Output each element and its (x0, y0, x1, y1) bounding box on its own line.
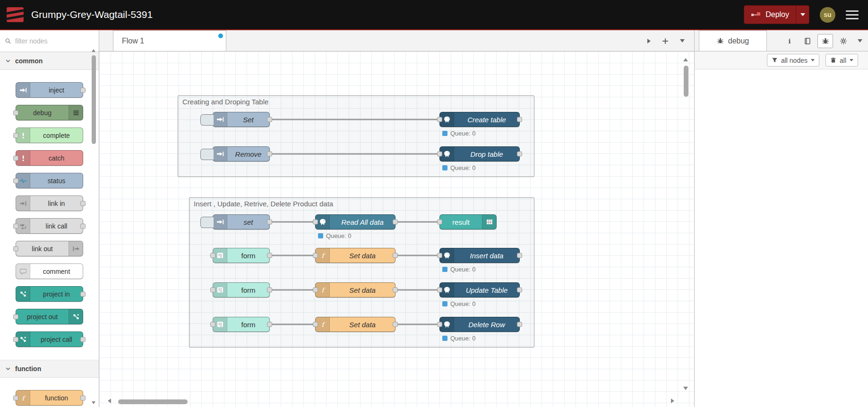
flow-node-read-all-data[interactable]: Read All data (315, 214, 395, 229)
tab-scroll-right-icon[interactable] (647, 39, 651, 43)
palette-node-comment[interactable]: comment (16, 263, 83, 279)
debug-tab-button[interactable] (817, 34, 833, 48)
node-port-left[interactable] (13, 223, 18, 229)
tab-flow-1[interactable]: Flow 1 (113, 30, 226, 51)
palette-node-link-in[interactable]: link in (16, 195, 83, 211)
node-port-right[interactable] (267, 322, 272, 327)
flow-list-dropdown-icon[interactable] (680, 39, 685, 42)
node-port-right[interactable] (267, 117, 272, 122)
node-port-right[interactable] (80, 337, 86, 342)
node-port-right[interactable] (267, 288, 272, 293)
node-port-left[interactable] (13, 246, 18, 251)
sidebar-menu-button[interactable] (858, 39, 862, 42)
palette-node-project-in[interactable]: project in (16, 286, 83, 302)
add-flow-button[interactable]: + (662, 35, 669, 47)
node-port-left[interactable] (437, 152, 442, 157)
node-port-right[interactable] (517, 117, 522, 122)
node-port-right[interactable] (517, 322, 522, 327)
flow-node-form-2[interactable]: form (213, 282, 270, 297)
node-port-right[interactable] (80, 395, 86, 400)
flow-node-form-1[interactable]: form (213, 248, 270, 263)
flow-node-set-data-3[interactable]: fSet data (315, 317, 395, 332)
palette-scroll-down-arrow[interactable] (92, 401, 95, 404)
deploy-options-button[interactable] (796, 6, 809, 24)
debug-clear-button[interactable]: all (825, 54, 858, 67)
flow-node-create-table[interactable]: Create table (439, 112, 520, 127)
flow-node-result[interactable]: result (439, 214, 497, 229)
node-port-right[interactable] (517, 253, 522, 258)
node-port-left[interactable] (313, 253, 318, 258)
node-port-left[interactable] (313, 288, 318, 293)
node-port-right[interactable] (393, 220, 398, 225)
node-port-right[interactable] (267, 220, 272, 225)
palette-node-status[interactable]: status (16, 173, 83, 188)
palette-node-complete[interactable]: complete (16, 127, 83, 143)
info-tab-button[interactable]: i (782, 34, 797, 48)
flow-node-update-table[interactable]: Update Table (439, 282, 520, 297)
flow-node-delete-row[interactable]: Delete Row (439, 317, 520, 332)
node-port-left[interactable] (13, 337, 18, 342)
node-port-right[interactable] (80, 223, 86, 229)
node-port-left[interactable] (437, 253, 442, 258)
flow-node-insert-data[interactable]: Insert data (439, 248, 520, 263)
node-port-left[interactable] (313, 220, 318, 225)
user-avatar[interactable]: su (820, 7, 835, 23)
node-port-left[interactable] (437, 288, 442, 293)
config-nodes-tab-button[interactable] (835, 34, 851, 48)
palette-node-inject[interactable]: inject (16, 82, 83, 98)
node-port-left[interactable] (210, 322, 215, 327)
node-port-right[interactable] (517, 288, 522, 293)
flow-node-set-data-2[interactable]: fSet data (315, 282, 395, 297)
flow-node-form-3[interactable]: form (213, 317, 270, 332)
flow-canvas[interactable]: Creating and Droping TableInsert , Updat… (99, 51, 694, 407)
palette-node-function[interactable]: ffunction (16, 390, 83, 406)
palette-scroll-up-arrow[interactable] (92, 49, 95, 52)
help-tab-button[interactable] (799, 34, 815, 48)
flow-node-inject-set2[interactable]: set (213, 214, 270, 229)
node-port-left[interactable] (13, 155, 18, 161)
flow-node-set-data-1[interactable]: fSet data (315, 248, 395, 263)
node-port-right[interactable] (267, 253, 272, 258)
node-port-right[interactable] (80, 201, 86, 206)
palette-category-common[interactable]: common (0, 52, 99, 70)
palette-category-function[interactable]: function (0, 360, 99, 378)
palette-search-input[interactable] (15, 37, 99, 45)
palette-node-label: function (30, 390, 83, 405)
palette-scrollbar-thumb[interactable] (92, 55, 96, 144)
palette-node-project-out[interactable]: project out (16, 309, 83, 324)
inject-trigger-button[interactable] (200, 114, 214, 126)
palette-node-catch[interactable]: catch (16, 150, 83, 166)
inject-trigger-button[interactable] (200, 217, 214, 228)
palette-node-link-call[interactable]: link call (16, 218, 83, 234)
node-port-left[interactable] (437, 322, 442, 327)
node-port-left[interactable] (210, 288, 215, 293)
flow-node-inject-remove[interactable]: Remove (213, 146, 270, 161)
palette-node-link-out[interactable]: link out (16, 241, 83, 256)
flow-node-drop-table[interactable]: Drop table (439, 146, 520, 161)
flow-node-inject-set[interactable]: Set (213, 112, 270, 127)
node-port-right[interactable] (393, 253, 398, 258)
node-port-left[interactable] (13, 178, 18, 183)
node-port-right[interactable] (80, 291, 86, 297)
node-port-right[interactable] (393, 322, 398, 327)
node-port-right[interactable] (393, 288, 398, 293)
tab-debug[interactable]: debug (699, 30, 767, 51)
node-port-left[interactable] (210, 253, 215, 258)
inject-arrow-icon (216, 150, 224, 158)
debug-filter-button[interactable]: all nodes (767, 54, 819, 67)
node-port-left[interactable] (437, 220, 442, 225)
palette-node-project-call[interactable]: project call (16, 331, 83, 347)
palette-node-debug[interactable]: debug (16, 105, 83, 120)
node-port-left[interactable] (13, 133, 18, 138)
inject-trigger-button[interactable] (200, 149, 214, 160)
node-port-right[interactable] (80, 87, 86, 93)
node-port-left[interactable] (313, 322, 318, 327)
node-port-left[interactable] (437, 117, 442, 122)
node-port-left[interactable] (13, 314, 18, 319)
node-port-right[interactable] (267, 152, 272, 157)
node-port-right[interactable] (517, 152, 522, 157)
deploy-button[interactable]: Deploy (744, 5, 809, 24)
node-port-left[interactable] (13, 110, 18, 115)
main-menu-button[interactable] (846, 10, 859, 19)
node-port-left[interactable] (13, 395, 18, 400)
